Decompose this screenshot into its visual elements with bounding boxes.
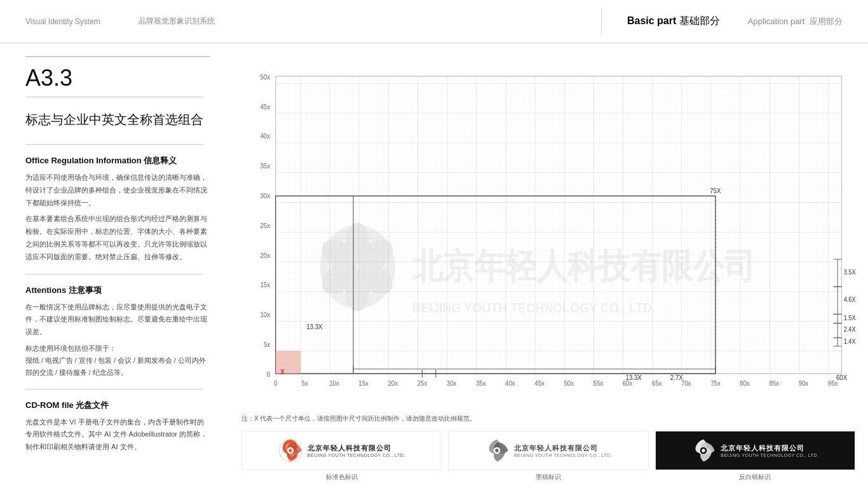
- svg-text:1.5X: 1.5X: [844, 315, 855, 322]
- svg-text:25x: 25x: [417, 380, 428, 388]
- svg-text:60X: 60X: [836, 374, 847, 381]
- svg-text:2.7X: 2.7X: [670, 374, 683, 381]
- header-right: Basic part 基础部分 Application part 应用部分: [601, 9, 843, 34]
- svg-text:35x: 35x: [261, 163, 271, 170]
- reverse-logo-wrapper: 北京年轻人科技有限公司 BEIJING YOUTH TECHNOLOGY CO.…: [655, 431, 855, 470]
- svg-text:80x: 80x: [740, 380, 750, 388]
- page-header: Visual Identity System 品牌视觉形象识别系统 Basic …: [0, 0, 868, 43]
- svg-text:40x: 40x: [505, 380, 515, 388]
- svg-text:10x: 10x: [261, 311, 271, 319]
- company-cn-gray: 北京年轻人科技有限公司: [514, 444, 612, 453]
- header-left: Visual Identity System 品牌视觉形象识别系统: [25, 16, 215, 27]
- reverse-logo-label: 反白稿标识: [739, 473, 771, 482]
- section2-text2: 标志使用环境包括但不限于：: [25, 342, 210, 355]
- gray-logo-box: 北京年轻人科技有限公司 BEIJING YOUTH TECHNOLOGY CO.…: [448, 431, 648, 482]
- sidebar: A3.3 标志与企业中英文全称首选组合 Office Regulation In…: [0, 43, 235, 488]
- svg-text:0: 0: [267, 370, 271, 378]
- gray-logo-wrapper: 北京年轻人科技有限公司 BEIJING YOUTH TECHNOLOGY CO.…: [448, 431, 648, 470]
- svg-text:75X: 75X: [710, 187, 721, 194]
- svg-text:BEIJING YOUTH TECHNOLOGY CO., : BEIJING YOUTH TECHNOLOGY CO., LTD.: [412, 300, 655, 315]
- section2-text1: 在一般情况下使用品牌标志，应尽量使用提供的光盘电子文件，不建议使用标准制图绘制标…: [25, 301, 210, 339]
- svg-text:25x: 25x: [261, 222, 271, 229]
- section3-heading: CD-ROM file 光盘文件: [25, 400, 210, 411]
- standard-logo-text: 北京年轻人科技有限公司 BEIJING YOUTH TECHNOLOGY CO.…: [308, 444, 405, 458]
- page-number: A3.3: [25, 56, 210, 92]
- svg-text:2.4X: 2.4X: [844, 326, 855, 334]
- application-part-label: Application part 应用部分: [745, 16, 843, 27]
- section3-text: 光盘文件是本 VI 手册电子文件的集合，内含手册制作时的专用软件格式文件。其中 …: [25, 416, 210, 454]
- section-divider-3: [25, 389, 203, 390]
- svg-text:20x: 20x: [261, 252, 271, 259]
- svg-text:90x: 90x: [799, 380, 809, 388]
- section2-heading: Attentions 注意事项: [25, 285, 210, 296]
- reverse-logo-box: 北京年轻人科技有限公司 BEIJING YOUTH TECHNOLOGY CO.…: [655, 431, 855, 482]
- company-cn-standard: 北京年轻人科技有限公司: [308, 444, 405, 453]
- svg-text:30x: 30x: [261, 193, 271, 200]
- page-title: 标志与企业中英文全称首选组合: [25, 110, 210, 129]
- svg-text:50x: 50x: [261, 73, 271, 81]
- company-en-gray: BEIJING YOUTH TECHNOLOGY CO., LTD.: [514, 453, 612, 458]
- gray-logo-label: 墨稿标识: [536, 473, 561, 482]
- brand-cn-label: 品牌视觉形象识别系统: [139, 16, 215, 27]
- svg-rect-36: [276, 351, 301, 374]
- svg-point-87: [495, 449, 498, 452]
- right-content: 50x 45x 40x 35x 30x 25x 20x 15x 10x 5x 0…: [235, 43, 868, 488]
- section1-text2: 在基本要素组合系统中出现的组合形式均经过严格的测算与检验。在实际应用中，标志的位…: [25, 213, 210, 263]
- section-divider-1: [25, 144, 203, 145]
- main-content: A3.3 标志与企业中英文全称首选组合 Office Regulation In…: [0, 43, 868, 488]
- section1-heading: Office Regulation Information 信息释义: [25, 155, 210, 166]
- section-divider-2: [25, 274, 203, 274]
- svg-text:20x: 20x: [388, 380, 398, 388]
- svg-text:55x: 55x: [593, 380, 604, 388]
- page-divider: [25, 97, 203, 97]
- svg-text:4.6X: 4.6X: [844, 296, 855, 304]
- svg-text:15x: 15x: [261, 281, 271, 289]
- standard-spiral-icon: [278, 438, 302, 463]
- basic-part-label: Basic part 基础部分: [627, 15, 720, 28]
- svg-text:75x: 75x: [710, 380, 721, 388]
- svg-text:65x: 65x: [652, 380, 662, 388]
- chart-note: 注：X 代表一个尺寸单位，请按照图中尺寸间距比例制作，请勿随意改动比例规范。: [241, 414, 855, 423]
- logo-row: 北京年轻人科技有限公司 BEIJING YOUTH TECHNOLOGY CO.…: [241, 431, 855, 482]
- dimension-chart: 50x 45x 40x 35x 30x 25x 20x 15x 10x 5x 0…: [241, 53, 855, 412]
- svg-text:40x: 40x: [261, 133, 271, 140]
- header-divider: [601, 9, 602, 34]
- svg-text:85x: 85x: [769, 380, 779, 388]
- company-en-standard: BEIJING YOUTH TECHNOLOGY CO., LTD.: [308, 453, 405, 458]
- svg-text:0: 0: [274, 380, 278, 388]
- svg-text:15x: 15x: [358, 380, 369, 388]
- svg-text:1.4X: 1.4X: [844, 338, 855, 346]
- svg-text:50x: 50x: [564, 380, 574, 388]
- standard-logo-label: 标准色标识: [326, 473, 358, 482]
- svg-text:35x: 35x: [476, 380, 486, 388]
- svg-text:5x: 5x: [264, 341, 270, 349]
- vis-identity-label: Visual Identity System: [25, 17, 100, 26]
- section2-text3: 报纸 / 电视广告 / 宣传 / 包装 / 会议 / 新闻发布会 / 公司内外部…: [25, 355, 210, 379]
- gray-logo-text: 北京年轻人科技有限公司 BEIJING YOUTH TECHNOLOGY CO.…: [514, 444, 612, 458]
- company-en-reverse: BEIJING YOUTH TECHNOLOGY CO., LTD.: [721, 453, 818, 458]
- chart-container: 50x 45x 40x 35x 30x 25x 20x 15x 10x 5x 0…: [241, 53, 855, 412]
- section1-text1: 为适应不同使用场合与环境，确保信息传达的清晰与准确，特设计了企业品牌的多种组合，…: [25, 172, 210, 209]
- svg-text:45x: 45x: [261, 103, 271, 111]
- svg-text:10x: 10x: [329, 380, 339, 388]
- reverse-spiral-icon: [691, 438, 715, 463]
- standard-logo-box: 北京年轻人科技有限公司 BEIJING YOUTH TECHNOLOGY CO.…: [241, 431, 442, 482]
- svg-text:北京年轻人科技有限公司: 北京年轻人科技有限公司: [411, 247, 754, 285]
- svg-text:5x: 5x: [302, 380, 308, 388]
- svg-point-89: [702, 449, 705, 452]
- reverse-logo-text: 北京年轻人科技有限公司 BEIJING YOUTH TECHNOLOGY CO.…: [721, 444, 818, 458]
- gray-spiral-icon: [485, 438, 509, 463]
- company-cn-reverse: 北京年轻人科技有限公司: [721, 444, 818, 453]
- svg-text:3.5X: 3.5X: [844, 269, 855, 276]
- svg-text:13.3X: 13.3X: [306, 323, 322, 331]
- svg-text:30x: 30x: [447, 380, 457, 388]
- svg-text:45x: 45x: [534, 380, 545, 388]
- svg-text:13.3X: 13.3X: [626, 374, 642, 381]
- svg-point-85: [288, 449, 292, 452]
- svg-text:X: X: [280, 369, 285, 376]
- standard-logo-wrapper: 北京年轻人科技有限公司 BEIJING YOUTH TECHNOLOGY CO.…: [241, 431, 442, 470]
